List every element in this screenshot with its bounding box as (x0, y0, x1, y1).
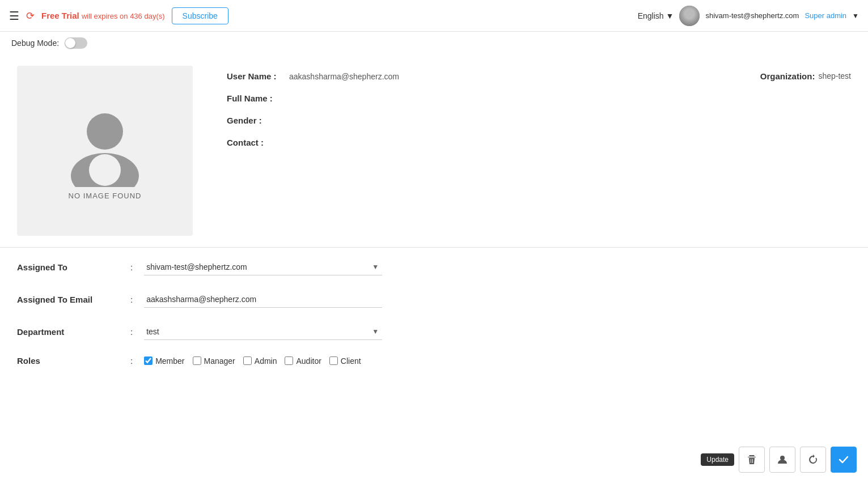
subscribe-button[interactable]: Subscribe (172, 7, 228, 24)
role-auditor-label: Auditor (296, 356, 321, 366)
toggle-knob (65, 38, 75, 48)
department-select-wrapper: test ▼ (144, 324, 382, 340)
assigned-to-row: Assigned To : shivam-test@shephertz.com … (17, 259, 851, 275)
department-row: Department : test ▼ (17, 324, 851, 340)
assigned-to-email-field (144, 291, 382, 308)
gender-row: Gender : (227, 116, 726, 125)
no-image-label: NO IMAGE FOUND (69, 192, 142, 200)
svg-point-2 (89, 154, 121, 186)
debug-mode-toggle[interactable] (65, 37, 87, 49)
department-select[interactable]: test (144, 324, 382, 339)
free-trial-label: Free Trial will expires on 436 day(s) (41, 11, 165, 20)
avatar-svg (62, 102, 147, 187)
profile-image-box: NO IMAGE FOUND (17, 66, 193, 236)
username-row: User Name : aakashsharma@shepherz.com (227, 71, 726, 81)
role-member-checkbox[interactable] (144, 356, 153, 365)
assigned-to-email-row: Assigned To Email : (17, 291, 851, 308)
assigned-to-email-label: Assigned To Email (17, 295, 119, 304)
super-admin-badge: Super admin (805, 11, 846, 20)
assigned-to-select[interactable]: shivam-test@shephertz.com (144, 259, 382, 275)
assigned-to-label: Assigned To (17, 262, 119, 272)
role-manager-label: Manager (204, 356, 235, 366)
fullname-row: Full Name : (227, 94, 726, 103)
fullname-label: Full Name : (227, 94, 283, 103)
contact-row: Contact : (227, 138, 726, 147)
role-auditor-checkbox[interactable] (285, 356, 293, 365)
roles-colon: : (130, 356, 133, 366)
language-selector[interactable]: English ▼ (638, 11, 674, 20)
refresh-icon[interactable]: ⟳ (26, 10, 35, 22)
debug-bar: Debug Mode: (0, 32, 868, 54)
avatar (679, 6, 700, 26)
role-manager-checkbox[interactable] (193, 356, 201, 365)
roles-row: Roles : Member Manager Admin Auditor Cli… (17, 356, 851, 366)
role-member-item[interactable]: Member (144, 356, 184, 366)
user-dropdown-arrow[interactable]: ▼ (852, 12, 859, 20)
hamburger-icon[interactable]: ☰ (9, 9, 19, 23)
org-label: Organization: (760, 71, 815, 81)
role-member-label: Member (155, 356, 184, 366)
header: ☰ ⟳ Free Trial will expires on 436 day(s… (0, 0, 868, 32)
svg-point-0 (87, 113, 123, 150)
department-colon: : (130, 327, 133, 337)
role-admin-label: Admin (255, 356, 277, 366)
department-field: test ▼ (144, 324, 382, 340)
debug-mode-label: Debug Mode: (11, 39, 59, 48)
assigned-to-email-colon: : (130, 295, 133, 304)
profile-avatar (62, 102, 147, 187)
org-value: shep-test (818, 71, 851, 81)
role-admin-checkbox[interactable] (243, 356, 252, 365)
org-section: Organization: shep-test (760, 66, 851, 81)
header-left: ☰ ⟳ Free Trial will expires on 436 day(s… (9, 7, 638, 24)
assigned-to-colon: : (130, 262, 133, 272)
assigned-to-email-input[interactable] (144, 291, 382, 308)
role-client-item[interactable]: Client (329, 356, 361, 366)
role-client-label: Client (341, 356, 361, 366)
roles-checkbox-group: Member Manager Admin Auditor Client (144, 356, 361, 366)
assigned-to-select-wrapper: shivam-test@shephertz.com ▼ (144, 259, 382, 275)
username-label: User Name : (227, 71, 283, 81)
profile-info: User Name : aakashsharma@shepherz.com Fu… (227, 66, 726, 160)
role-admin-item[interactable]: Admin (243, 356, 277, 366)
role-manager-item[interactable]: Manager (193, 356, 235, 366)
profile-section: NO IMAGE FOUND User Name : aakashsharma@… (0, 54, 868, 248)
chevron-down-icon: ▼ (666, 11, 674, 20)
username-value: aakashsharma@shepherz.com (289, 72, 399, 81)
role-client-checkbox[interactable] (329, 356, 338, 365)
expires-label: will expires on 436 day(s) (82, 12, 165, 20)
form-section: Assigned To : shivam-test@shephertz.com … (0, 248, 868, 393)
org-row: Organization: shep-test (760, 71, 851, 81)
roles-label: Roles (17, 356, 119, 366)
language-label: English (638, 11, 664, 20)
assigned-to-field: shivam-test@shephertz.com ▼ (144, 259, 382, 275)
avatar-image (679, 6, 700, 26)
role-auditor-item[interactable]: Auditor (285, 356, 321, 366)
header-right: English ▼ shivam-test@shephertz.com Supe… (638, 6, 859, 26)
department-label: Department (17, 327, 119, 337)
gender-label: Gender : (227, 116, 283, 125)
user-email: shivam-test@shephertz.com (705, 11, 799, 20)
contact-label: Contact : (227, 138, 283, 147)
